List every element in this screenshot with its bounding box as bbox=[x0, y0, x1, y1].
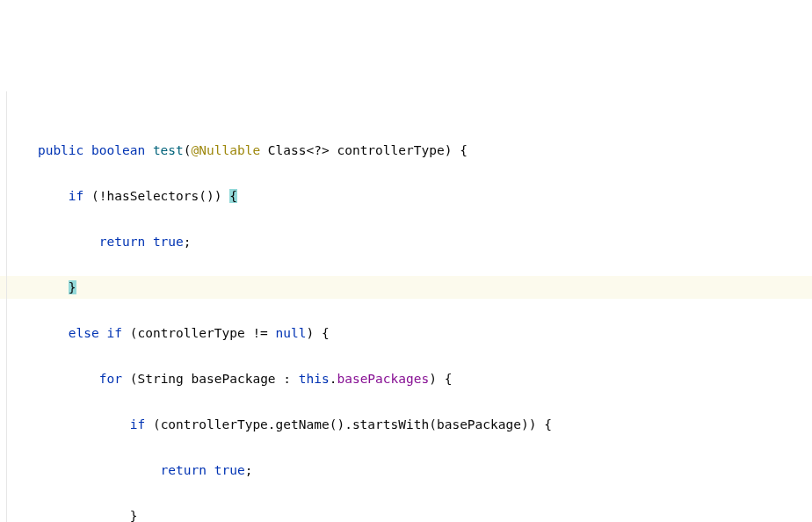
code-line: public boolean test(@Nullable Class<?> c… bbox=[0, 139, 812, 162]
code-line: return true; bbox=[0, 459, 812, 482]
code-editor[interactable]: public boolean test(@Nullable Class<?> c… bbox=[0, 91, 812, 522]
code-line: } bbox=[0, 504, 812, 522]
code-line: if (controllerType.getName().startsWith(… bbox=[0, 413, 812, 436]
code-line: if (!hasSelectors()) { bbox=[0, 185, 812, 207]
gutter bbox=[0, 91, 7, 522]
code-line: else if (controllerType != null) { bbox=[0, 322, 812, 344]
code-line-current: } bbox=[0, 276, 812, 299]
code-line: return true; bbox=[0, 230, 812, 253]
code-line: for (String basePackage : this.basePacka… bbox=[0, 367, 812, 390]
